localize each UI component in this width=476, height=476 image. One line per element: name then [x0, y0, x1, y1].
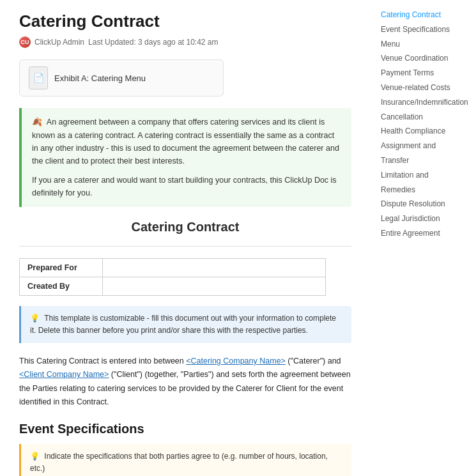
intro-callout: 🍂 An agreement between a company that of… [19, 108, 351, 207]
file-attachment-label: Exhibit A: Catering Menu [54, 73, 146, 83]
template-callout: 💡 This template is customizable - fill t… [19, 306, 351, 343]
contract-body-paragraph: This Catering Contract is entered into b… [19, 355, 351, 409]
info-table: Prepared For Created By [19, 258, 326, 296]
body-text-between: ("Caterer") and [286, 357, 341, 365]
intro-callout-p1: 🍂 An agreement between a company that of… [32, 116, 341, 167]
main-content: Catering Contract CU ClickUp Admin Last … [0, 0, 371, 476]
file-icon: 📄 [29, 66, 48, 89]
sidebar-nav-item-11[interactable]: Dispute Resolution [381, 197, 463, 211]
event-bulb-icon: 💡 [30, 452, 40, 461]
table-row: Prepared For [20, 258, 326, 277]
table-cell-label-2: Created By [20, 277, 103, 295]
bulb-icon: 💡 [30, 314, 40, 323]
leaf-icon: 🍂 [32, 117, 42, 127]
template-callout-text: This template is customizable - fill thi… [30, 314, 336, 335]
sidebar-nav-item-9[interactable]: Assignment and Transfer [381, 139, 463, 168]
event-section-heading: Event Specifications [19, 422, 351, 436]
table-cell-label-1: Prepared For [20, 258, 103, 277]
sidebar-nav-item-12[interactable]: Legal Jurisdiction [381, 211, 463, 226]
table-cell-value-1[interactable] [103, 258, 326, 277]
sidebar-nav-item-2[interactable]: Menu [381, 37, 463, 52]
page-title: Catering Contract [19, 12, 351, 31]
sidebar-nav-item-10[interactable]: Limitation and Remedies [381, 168, 463, 197]
meta-row: CU ClickUp Admin Last Updated: 3 days ag… [19, 36, 351, 48]
avatar: CU [19, 36, 31, 48]
body-text-before-link1: This Catering Contract is entered into b… [19, 357, 186, 365]
sidebar-nav-item-0[interactable]: Catering Contract [381, 8, 463, 22]
file-attachment-card[interactable]: 📄 Exhibit A: Catering Menu [19, 59, 224, 96]
table-row: Created By [20, 277, 326, 295]
sidebar-nav-item-8[interactable]: Health Compliance [381, 124, 463, 139]
sidebar-nav-item-13[interactable]: Entire Agreement [381, 226, 463, 241]
sidebar-nav: Catering ContractEvent SpecificationsMen… [381, 8, 463, 241]
sidebar-nav-item-3[interactable]: Venue Coordination [381, 51, 463, 66]
table-cell-value-2[interactable] [103, 277, 326, 295]
author-label: ClickUp Admin [35, 38, 84, 47]
sidebar-nav-item-6[interactable]: Insurance/Indemnification [381, 95, 463, 110]
sidebar-nav-item-4[interactable]: Payment Terms [381, 66, 463, 81]
event-callout-text: Indicate the specifications that both pa… [30, 452, 328, 473]
last-updated-label: Last Updated: 3 days ago at 10:42 am [88, 38, 218, 47]
client-company-link[interactable]: <Client Company Name> [19, 370, 109, 379]
sidebar: Catering ContractEvent SpecificationsMen… [371, 0, 473, 476]
divider [19, 246, 351, 247]
intro-callout-p2: If you are a caterer and would want to s… [32, 174, 341, 199]
sidebar-nav-item-1[interactable]: Event Specifications [381, 22, 463, 37]
contract-section-title: Catering Contract [19, 220, 351, 234]
sidebar-nav-item-5[interactable]: Venue-related Costs [381, 81, 463, 95]
sidebar-nav-item-7[interactable]: Cancellation [381, 110, 463, 125]
event-callout: 💡 Indicate the specifications that both … [19, 444, 351, 476]
catering-company-link[interactable]: <Catering Company Name> [186, 357, 286, 365]
